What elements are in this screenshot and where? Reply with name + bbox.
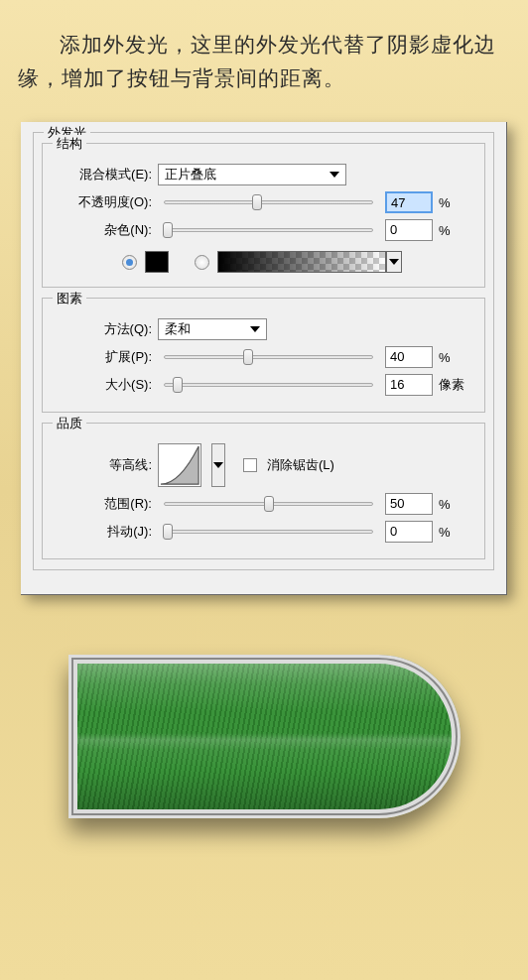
spread-slider[interactable] bbox=[164, 355, 373, 359]
size-input[interactable]: 16 bbox=[385, 374, 433, 396]
technique-select[interactable]: 柔和 bbox=[158, 318, 267, 340]
opacity-slider-thumb[interactable] bbox=[252, 194, 262, 210]
blend-mode-value: 正片叠底 bbox=[165, 166, 216, 184]
blend-mode-label: 混合模式(E): bbox=[53, 166, 152, 184]
gradient-dropdown[interactable] bbox=[386, 251, 402, 273]
jitter-label: 抖动(J): bbox=[53, 523, 152, 541]
color-gradient-radio[interactable] bbox=[195, 255, 209, 270]
chevron-down-icon bbox=[330, 172, 339, 178]
elements-legend: 图素 bbox=[53, 290, 86, 307]
noise-unit: % bbox=[439, 223, 474, 238]
jitter-slider-thumb[interactable] bbox=[163, 524, 173, 540]
spread-slider-thumb[interactable] bbox=[243, 349, 253, 365]
color-solid-radio[interactable] bbox=[122, 255, 137, 270]
jitter-unit: % bbox=[439, 525, 474, 540]
spread-label: 扩展(P): bbox=[53, 348, 152, 366]
opacity-input[interactable]: 47 bbox=[385, 191, 433, 213]
layer-style-panel: 外发光 结构 混合模式(E): 正片叠底 不透明度(O): 47 % 杂色 bbox=[21, 122, 507, 595]
structure-legend: 结构 bbox=[53, 135, 86, 153]
elements-group: 图素 方法(Q): 柔和 扩展(P): 40 % 大小(S): bbox=[42, 298, 485, 413]
jitter-slider[interactable] bbox=[164, 530, 373, 534]
chevron-down-icon bbox=[389, 259, 399, 265]
size-unit: 像素 bbox=[439, 376, 474, 394]
description-text: 添加外发光，这里的外发光代替了阴影虚化边缘，增加了按钮与背景间的距离。 bbox=[0, 0, 528, 104]
quality-legend: 品质 bbox=[53, 415, 86, 432]
opacity-label: 不透明度(O): bbox=[53, 193, 152, 211]
chevron-down-icon bbox=[213, 462, 223, 468]
contour-label: 等高线: bbox=[53, 456, 152, 474]
technique-value: 柔和 bbox=[165, 320, 191, 338]
range-label: 范围(R): bbox=[53, 495, 152, 513]
range-input[interactable]: 50 bbox=[385, 493, 433, 515]
structure-group: 结构 混合模式(E): 正片叠底 不透明度(O): 47 % 杂色(N): bbox=[42, 143, 485, 288]
contour-curve-icon bbox=[159, 444, 200, 486]
range-unit: % bbox=[439, 497, 474, 512]
size-slider[interactable] bbox=[164, 383, 373, 387]
button-preview bbox=[68, 655, 461, 818]
outer-glow-group: 外发光 结构 混合模式(E): 正片叠底 不透明度(O): 47 % 杂色 bbox=[33, 132, 494, 570]
contour-dropdown[interactable] bbox=[211, 443, 225, 487]
size-label: 大小(S): bbox=[53, 376, 152, 394]
noise-input[interactable]: 0 bbox=[385, 219, 433, 241]
noise-label: 杂色(N): bbox=[53, 221, 152, 239]
opacity-slider[interactable] bbox=[164, 200, 373, 204]
noise-slider-thumb[interactable] bbox=[163, 222, 173, 238]
color-swatch[interactable] bbox=[145, 251, 169, 273]
range-slider-thumb[interactable] bbox=[264, 496, 274, 512]
blend-mode-select[interactable]: 正片叠底 bbox=[158, 164, 346, 185]
noise-slider[interactable] bbox=[164, 228, 373, 232]
contour-picker[interactable] bbox=[158, 443, 201, 487]
spread-unit: % bbox=[439, 350, 474, 365]
size-slider-thumb[interactable] bbox=[173, 377, 183, 393]
gradient-swatch[interactable] bbox=[217, 251, 386, 273]
antialiased-checkbox[interactable] bbox=[243, 458, 257, 472]
opacity-unit: % bbox=[439, 195, 474, 210]
chevron-down-icon bbox=[250, 326, 260, 332]
jitter-input[interactable]: 0 bbox=[385, 521, 433, 543]
spread-input[interactable]: 40 bbox=[385, 346, 433, 368]
antialiased-label: 消除锯齿(L) bbox=[267, 456, 334, 474]
quality-group: 品质 等高线: 消除锯齿(L) 范围(R): 50 bbox=[42, 423, 485, 559]
technique-label: 方法(Q): bbox=[53, 320, 152, 338]
range-slider[interactable] bbox=[164, 502, 373, 506]
